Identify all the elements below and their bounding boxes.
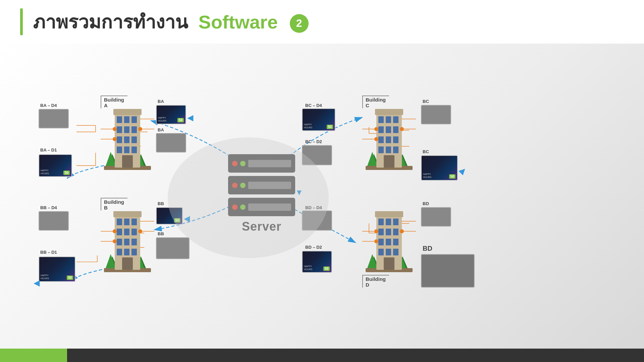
header-accent-bar	[20, 8, 23, 35]
svg-rect-113	[378, 229, 384, 235]
svg-rect-55	[113, 211, 142, 217]
svg-rect-110	[378, 219, 384, 225]
svg-rect-59	[117, 229, 122, 235]
bottom-bar-green	[0, 349, 67, 362]
building-a-illustration	[101, 102, 154, 176]
slide-badge: 2	[290, 14, 309, 33]
bb-d1-label: BB – D1	[40, 250, 57, 255]
svg-rect-31	[131, 116, 137, 123]
building-b-illustration	[101, 204, 154, 278]
svg-rect-36	[124, 136, 129, 143]
svg-rect-61	[131, 229, 137, 235]
bd-d2-screen: HAPPYHOURS 50	[302, 251, 332, 273]
svg-rect-67	[131, 249, 137, 255]
bc-d2-label: BC – D2	[305, 139, 322, 144]
header: ภาพรวมการทำงาน Software 2	[0, 0, 644, 44]
svg-rect-37	[131, 136, 137, 143]
svg-rect-35	[117, 136, 122, 143]
svg-rect-111	[386, 219, 391, 225]
server-shadow	[168, 137, 329, 258]
svg-rect-89	[378, 136, 384, 143]
svg-rect-34	[131, 126, 137, 133]
svg-rect-120	[386, 249, 391, 255]
svg-rect-85	[393, 116, 398, 123]
svg-rect-63	[124, 239, 129, 245]
ba-d2-screen	[156, 133, 186, 153]
svg-rect-57	[124, 219, 129, 225]
svg-rect-41	[122, 155, 133, 168]
bb-d1-screen: HAPPYHOURS 50	[39, 256, 75, 282]
bb-d2-screen	[156, 237, 190, 259]
svg-rect-58	[131, 219, 137, 225]
svg-rect-33	[124, 126, 129, 133]
bc-d3-screen	[421, 105, 451, 124]
svg-rect-68	[122, 257, 133, 270]
building-d-illustration	[362, 204, 416, 278]
svg-rect-62	[117, 239, 122, 245]
svg-rect-84	[386, 116, 391, 123]
bb-d4-label: BB – D4	[40, 205, 57, 210]
svg-rect-92	[378, 146, 384, 153]
main-content: Server Building A	[0, 44, 644, 349]
bd-d1-screen	[421, 254, 475, 288]
ba-d1-screen: HAPPYHOURS 50	[39, 154, 72, 177]
svg-rect-86	[378, 126, 384, 133]
ba-d4-label: BA – D4	[40, 103, 57, 108]
svg-rect-109	[375, 211, 403, 217]
bb-d4-screen	[39, 211, 69, 231]
bc-d4-screen: HAPPYHOURS 50	[302, 108, 335, 131]
title-thai: ภาพรวมการทำงาน	[33, 11, 188, 33]
bd-d2-label: BD – D2	[305, 245, 322, 250]
svg-rect-112	[393, 219, 398, 225]
svg-rect-29	[117, 116, 122, 123]
bottom-bar	[0, 349, 644, 362]
svg-rect-66	[124, 249, 129, 255]
svg-rect-82	[375, 109, 403, 115]
svg-rect-60	[124, 229, 129, 235]
svg-rect-94	[393, 146, 398, 153]
svg-rect-93	[386, 146, 391, 153]
building-c-illustration	[362, 102, 416, 176]
svg-rect-30	[124, 116, 129, 123]
bc-d1-screen: HAPPYHOURS 50	[421, 155, 458, 181]
svg-rect-87	[386, 126, 391, 133]
ba-d3-screen: HAPPYHOURS 50	[156, 105, 186, 124]
svg-rect-38	[117, 146, 122, 153]
svg-rect-115	[393, 229, 398, 235]
bc-d4-label: BC – D4	[305, 103, 322, 108]
svg-rect-117	[386, 239, 391, 245]
svg-rect-114	[386, 229, 391, 235]
svg-rect-39	[124, 146, 129, 153]
title-software: Software	[199, 11, 278, 33]
svg-rect-88	[393, 126, 398, 133]
svg-rect-83	[378, 116, 384, 123]
bd-d3-screen	[421, 207, 451, 227]
svg-rect-122	[384, 257, 394, 270]
svg-rect-40	[131, 146, 137, 153]
svg-rect-95	[384, 155, 394, 168]
svg-rect-121	[393, 249, 398, 255]
svg-rect-116	[378, 239, 384, 245]
svg-rect-32	[117, 126, 122, 133]
ba-d1-label: BA – D1	[40, 147, 57, 153]
svg-rect-56	[117, 219, 122, 225]
page-title: ภาพรวมการทำงาน Software 2	[33, 7, 309, 37]
ba-d4-screen	[39, 109, 69, 128]
svg-rect-90	[386, 136, 391, 143]
svg-rect-118	[393, 239, 398, 245]
svg-rect-119	[378, 249, 384, 255]
svg-rect-64	[131, 239, 137, 245]
svg-rect-65	[117, 249, 122, 255]
svg-rect-28	[113, 109, 142, 115]
svg-rect-91	[393, 136, 398, 143]
